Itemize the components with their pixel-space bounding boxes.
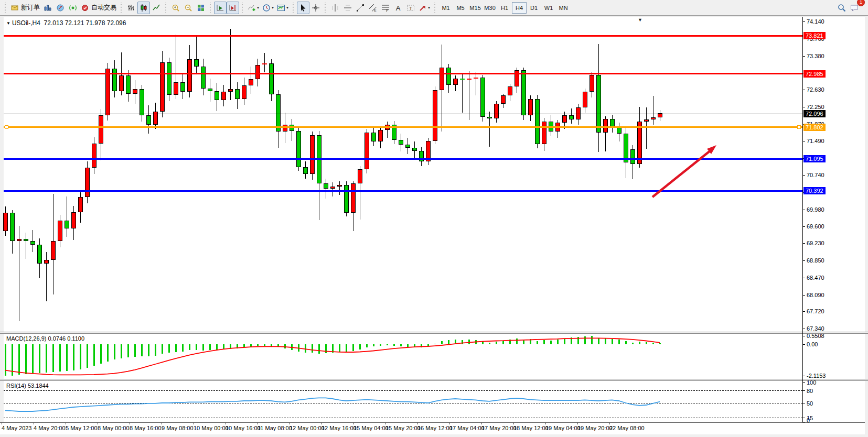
macd-name: MACD(12,26,9) xyxy=(6,335,46,342)
macd-axis xyxy=(803,334,865,379)
zoom-out-icon xyxy=(184,4,192,12)
templates-icon xyxy=(277,4,285,12)
rsi-name: RSI(14) xyxy=(6,383,26,389)
rsi-label: RSI(14) 53.1844 xyxy=(6,383,49,389)
macd-label: MACD(12,26,9) 0.0746 0.1100 xyxy=(6,335,84,342)
arrows-button[interactable]: ▾ xyxy=(417,2,432,14)
search-icon xyxy=(838,4,846,12)
bars-icon xyxy=(127,4,135,12)
zoom-out-button[interactable] xyxy=(182,2,195,14)
navigator-icon xyxy=(56,4,65,12)
trendline-icon xyxy=(356,4,365,12)
autotrading-button[interactable]: 自动交易 xyxy=(79,2,118,14)
ohlc-values: 72.013 72.121 71.978 72.096 xyxy=(44,19,126,27)
rsi-value: 53.1844 xyxy=(28,383,49,389)
mt4-window: 新订单自动交易▾▾▾EFAT▾M1M5M15M30H1H4D1W1MN1 ▼US… xyxy=(0,0,868,437)
notifications-button-wrap: 1 xyxy=(848,2,861,14)
macd-values: 0.0746 0.1100 xyxy=(48,335,84,342)
chart-title: ▼USOil-,H4 72.013 72.121 71.978 72.096 xyxy=(6,19,126,27)
autotrading-icon xyxy=(81,4,89,12)
market-watch-button[interactable] xyxy=(41,2,54,14)
candlestick-chart-button[interactable] xyxy=(137,2,150,14)
macd-panel[interactable] xyxy=(4,334,803,379)
crosshair-button[interactable] xyxy=(309,2,322,14)
candles-icon xyxy=(140,4,148,12)
hline-icon xyxy=(344,4,352,12)
auto-scroll-button[interactable] xyxy=(214,2,227,14)
new-order-button[interactable]: 新订单 xyxy=(9,2,41,14)
toolbar-right: 1 xyxy=(835,2,866,14)
signals-button[interactable] xyxy=(67,2,79,14)
indicators-button[interactable]: ▾ xyxy=(246,2,261,14)
templates-button[interactable]: ▾ xyxy=(275,2,290,14)
chevron-down-icon[interactable]: ▾ xyxy=(428,5,430,10)
timeframe-h4[interactable]: H4 xyxy=(512,2,527,14)
text-button[interactable]: A xyxy=(392,2,404,14)
svg-text:F: F xyxy=(386,8,388,12)
toolbar-grip xyxy=(120,3,123,13)
timeframe-mn[interactable]: MN xyxy=(556,2,571,14)
timeframe-m15[interactable]: M15 xyxy=(468,2,483,14)
timeframe-m5[interactable]: M5 xyxy=(453,2,468,14)
main-chart-panel[interactable] xyxy=(4,17,803,332)
chevron-down-icon[interactable]: ▾ xyxy=(286,5,288,10)
indicators-add-icon xyxy=(248,4,256,12)
price-axis-border xyxy=(802,17,803,422)
zoom-in-icon xyxy=(172,4,180,12)
text-label-button[interactable]: T xyxy=(404,2,417,14)
vertical-line-button[interactable] xyxy=(329,2,341,14)
new-order-icon xyxy=(10,4,19,12)
search-button[interactable] xyxy=(835,2,848,14)
channel-icon: E xyxy=(369,4,377,12)
timeframe-d1[interactable]: D1 xyxy=(527,2,541,14)
timeframe-w1[interactable]: W1 xyxy=(541,2,556,14)
crosshair-icon xyxy=(312,4,320,12)
bars-chart-button[interactable] xyxy=(125,2,137,14)
chart-shift-icon xyxy=(229,4,237,12)
rsi-panel[interactable] xyxy=(4,381,803,422)
auto-scroll-icon xyxy=(216,4,224,12)
timeframe-m1[interactable]: M1 xyxy=(438,2,453,14)
chart-shift-button[interactable] xyxy=(227,2,239,14)
toolbar-grip xyxy=(433,3,437,13)
toolbar-grip xyxy=(4,3,7,13)
vline-icon xyxy=(331,4,339,12)
chevron-down-icon[interactable]: ▾ xyxy=(272,5,274,10)
cursor-icon xyxy=(299,4,307,12)
timeframe-h1[interactable]: H1 xyxy=(497,2,512,14)
chevron-down-icon[interactable]: ▾ xyxy=(257,5,259,10)
equidistant-channel-button[interactable]: E xyxy=(367,2,379,14)
market-watch-icon xyxy=(44,4,52,12)
fibonacci-button[interactable]: F xyxy=(379,2,392,14)
timeframes-clock-icon xyxy=(262,4,271,12)
toolbar-grip xyxy=(209,3,212,13)
label-icon: T xyxy=(406,4,415,12)
svg-text:T: T xyxy=(409,5,412,10)
signals-icon xyxy=(69,4,77,12)
tile-windows-icon xyxy=(197,4,205,12)
fibonacci-icon: F xyxy=(381,4,390,12)
trendline-button[interactable] xyxy=(354,2,367,14)
svg-text:E: E xyxy=(374,8,377,12)
date-axis xyxy=(0,422,865,434)
periods-button[interactable]: ▾ xyxy=(261,2,275,14)
notification-badge: 1 xyxy=(857,0,865,6)
cursor-button[interactable] xyxy=(297,2,309,14)
text-icon: A xyxy=(394,4,402,12)
tile-windows-button[interactable] xyxy=(195,2,207,14)
zoom-in-button[interactable] xyxy=(169,2,182,14)
search-button-wrap xyxy=(835,2,848,14)
collapse-triangle-icon[interactable]: ▼ xyxy=(6,21,10,26)
horizontal-line-button[interactable] xyxy=(341,2,354,14)
new-order-button-label: 新订单 xyxy=(21,3,40,12)
line-chart-button[interactable] xyxy=(150,2,163,14)
navigator-button[interactable] xyxy=(54,2,67,14)
line-chart-icon xyxy=(152,4,160,12)
rsi-axis xyxy=(803,381,865,422)
symbol-label: USOil-,H4 xyxy=(12,19,40,27)
timeframe-m30[interactable]: M30 xyxy=(483,2,497,14)
toolbar-grip xyxy=(241,3,244,13)
toolbar-grip xyxy=(324,3,327,13)
toolbar-grip xyxy=(164,3,168,13)
toolbar-grip xyxy=(292,3,295,13)
